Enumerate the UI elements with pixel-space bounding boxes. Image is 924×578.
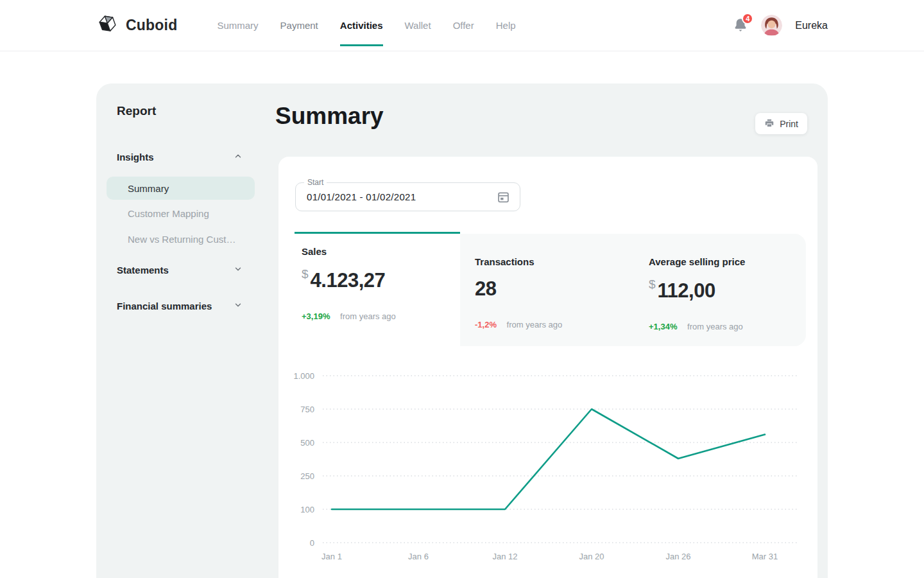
delta-note: from years ago: [687, 322, 743, 331]
brand-name: Cuboid: [126, 17, 177, 34]
sidebar-section-insights[interactable]: Insights: [117, 152, 243, 162]
delta-note: from years ago: [507, 320, 563, 329]
brand[interactable]: Cuboid: [96, 13, 177, 39]
printer-icon: [764, 118, 774, 130]
section-label: Insights: [117, 152, 154, 162]
nav-summary[interactable]: Summary: [217, 0, 258, 51]
stat-label: Sales: [302, 246, 460, 257]
stat-value: $4.123,27: [302, 267, 460, 292]
stat-value: $112,00: [649, 277, 806, 302]
x-axis-tick: Jan 26: [665, 552, 690, 561]
delta-value: -1,2%: [475, 320, 497, 329]
y-axis-tick: 1.000: [293, 371, 314, 381]
sidebar-item-summary[interactable]: Summary: [107, 177, 255, 200]
tab-transactions[interactable]: Transactions 28 -1,2% from years ago: [460, 244, 649, 346]
sidebar-item-new-vs-returning[interactable]: New vs Returning Cust…: [128, 234, 235, 245]
sidebar-item-label: Summary: [128, 183, 169, 194]
main-nav: Summary Payment Activities Wallet Offer …: [217, 0, 515, 51]
x-axis-tick: Jan 1: [321, 552, 342, 561]
sidebar-title: Report: [117, 104, 156, 118]
print-button[interactable]: Print: [755, 113, 807, 134]
stat-footnote: +3,19% from years ago: [302, 311, 460, 321]
y-axis-tick: 750: [300, 405, 314, 414]
user-name: Eureka: [795, 20, 828, 31]
page-title: Summary: [275, 103, 384, 130]
report-shell: Report Insights Summary Customer Mapping…: [96, 83, 828, 578]
date-field-label: Start: [304, 178, 327, 187]
x-axis-tick: Jan 20: [579, 552, 604, 561]
stat-label: Average selling price: [649, 256, 806, 267]
sidebar-section-financial-summaries[interactable]: Financial summaries: [117, 301, 243, 311]
sidebar-item-customer-mapping[interactable]: Customer Mapping: [128, 208, 209, 219]
x-axis-tick: Jan 6: [408, 552, 429, 561]
y-axis-tick: 500: [300, 438, 314, 448]
currency-symbol: $: [649, 277, 656, 291]
nav-help[interactable]: Help: [496, 0, 516, 51]
nav-wallet[interactable]: Wallet: [405, 0, 431, 51]
nav-offer[interactable]: Offer: [453, 0, 474, 51]
tab-sales[interactable]: Sales $4.123,27 +3,19% from years ago: [295, 232, 460, 346]
stat-value: 28: [475, 277, 649, 301]
currency-symbol: $: [302, 267, 309, 281]
print-label: Print: [780, 119, 798, 129]
summary-card: Start 01/01/2021 - 01/02/2021 Sales $4.1…: [278, 157, 817, 578]
y-axis-tick: 250: [300, 471, 314, 481]
y-axis-tick: 100: [300, 505, 314, 514]
stats-tabs: Sales $4.123,27 +3,19% from years ago Tr…: [295, 232, 806, 346]
y-axis-tick: 0: [310, 538, 314, 548]
top-header: Cuboid Summary Payment Activities Wallet…: [0, 0, 924, 51]
header-right: 4 Eureka: [733, 15, 828, 36]
x-axis-tick: Jan 12: [492, 552, 517, 561]
notifications-button[interactable]: 4: [733, 17, 748, 34]
delta-value: +1,34%: [649, 322, 677, 331]
delta-value: +3,19%: [302, 311, 330, 321]
section-label: Financial summaries: [117, 301, 212, 311]
series-line-sales: [332, 409, 765, 509]
chevron-down-icon: [234, 265, 243, 276]
nav-payment[interactable]: Payment: [280, 0, 318, 51]
x-axis-tick: Mar 31: [752, 552, 778, 561]
notification-badge: 4: [742, 13, 753, 24]
tab-average-selling-price[interactable]: Average selling price $112,00 +1,34% fro…: [649, 244, 806, 346]
stat-footnote: -1,2% from years ago: [475, 320, 649, 329]
calendar-icon[interactable]: [497, 190, 510, 206]
date-range-value: 01/01/2021 - 01/02/2021: [296, 183, 520, 211]
bell-icon: [733, 25, 748, 36]
sales-line-chart: 1.0007505002501000Jan 1Jan 6Jan 12Jan 20…: [287, 369, 805, 575]
delta-note: from years ago: [340, 311, 396, 321]
chevron-down-icon: [234, 301, 243, 311]
user-avatar[interactable]: [761, 15, 782, 36]
stat-footnote: +1,34% from years ago: [649, 322, 806, 331]
cuboid-logo-icon: [96, 13, 119, 39]
section-label: Statements: [117, 265, 169, 276]
report-sidebar: Report Insights Summary Customer Mapping…: [96, 83, 276, 578]
inactive-stats-panel: Transactions 28 -1,2% from years ago Ave…: [460, 234, 806, 346]
date-range-input[interactable]: Start 01/01/2021 - 01/02/2021: [295, 182, 520, 211]
sidebar-section-statements[interactable]: Statements: [117, 265, 243, 276]
chevron-up-icon: [234, 152, 243, 162]
stat-label: Transactions: [475, 256, 649, 267]
nav-activities[interactable]: Activities: [340, 0, 383, 51]
